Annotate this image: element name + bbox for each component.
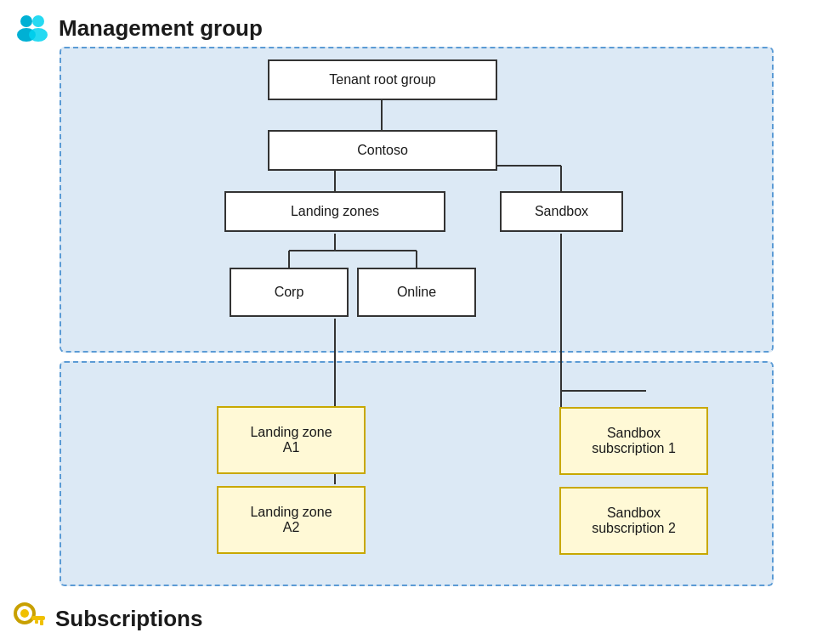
sandbox-sub2-box: Sandbox subscription 2 (559, 487, 708, 555)
lz-a1-box: Landing zone A1 (217, 406, 366, 474)
corp-box: Corp (230, 268, 349, 317)
top-section: Management group (13, 13, 815, 43)
main-container: Management group Tenant root group (0, 0, 828, 644)
key-icon (13, 602, 47, 636)
landing-zones-box: Landing zones (224, 191, 445, 232)
svg-point-2 (32, 15, 44, 27)
sandbox-sub1-box: Sandbox subscription 1 (559, 407, 708, 475)
online-box: Online (357, 268, 476, 317)
subscriptions-label-area: Subscriptions (13, 602, 202, 636)
svg-point-0 (20, 15, 32, 27)
contoso-box: Contoso (268, 130, 497, 171)
svg-rect-23 (40, 620, 43, 625)
tenant-root-box: Tenant root group (268, 59, 497, 100)
mgmt-group-label: Management group (59, 15, 263, 42)
svg-rect-22 (31, 616, 45, 620)
users-icon (13, 13, 50, 43)
subs-label: Subscriptions (55, 606, 202, 632)
svg-rect-24 (35, 620, 38, 624)
lz-a2-box: Landing zone A2 (217, 486, 366, 554)
svg-point-3 (29, 28, 48, 42)
sandbox-box: Sandbox (500, 191, 623, 232)
svg-point-21 (20, 609, 29, 618)
